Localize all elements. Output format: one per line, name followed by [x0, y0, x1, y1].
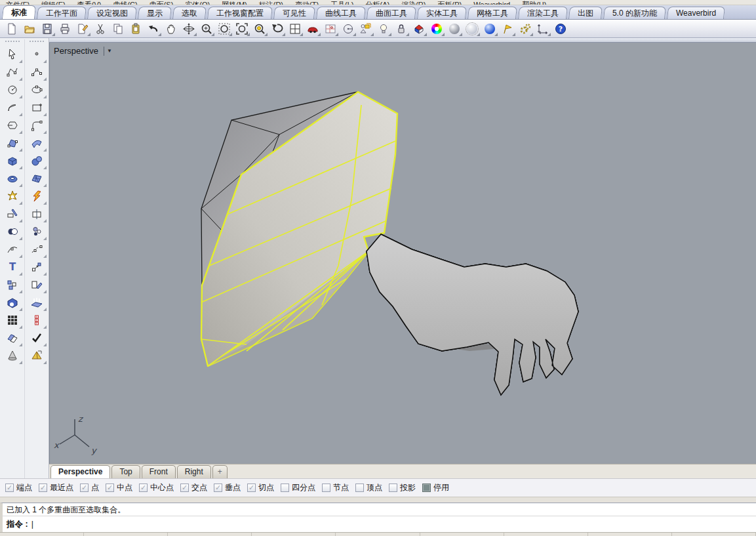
flag-button[interactable]	[498, 21, 516, 37]
tab-surface-tools[interactable]: 曲面工具	[367, 7, 416, 19]
zoom-button[interactable]	[197, 21, 215, 37]
solid-union-button[interactable]	[3, 293, 22, 311]
checkbox[interactable]	[5, 484, 14, 492]
viewport-tab-top[interactable]: Top	[111, 465, 140, 478]
menu-help[interactable]: 帮助(H)	[516, 0, 552, 5]
ghosted-viewport-button[interactable]	[463, 21, 481, 37]
checkbox[interactable]	[80, 484, 89, 492]
rotate-view-button[interactable]	[180, 21, 197, 37]
checkbox[interactable]	[39, 484, 47, 492]
checkbox[interactable]	[214, 484, 222, 492]
osnap-point[interactable]: 点	[80, 482, 99, 493]
checkbox[interactable]	[106, 484, 114, 492]
ellipse-button[interactable]	[27, 81, 47, 98]
menu-dimension[interactable]: 标注(D)	[253, 0, 289, 5]
zoom-extents-button[interactable]	[233, 21, 250, 37]
pyramid-button[interactable]	[27, 346, 47, 364]
viewport-layout-button[interactable]	[286, 21, 304, 37]
boolean-button[interactable]	[3, 222, 22, 240]
menu-weaverbird[interactable]: Weaverbird	[468, 0, 516, 5]
osnap-quadrant[interactable]: 四分点	[281, 482, 315, 493]
cut-button[interactable]	[91, 21, 109, 37]
osnap-mid[interactable]: 中点	[106, 482, 132, 493]
blend-surface-button[interactable]	[27, 134, 47, 152]
adjust-curve-button[interactable]	[3, 240, 22, 258]
viewport-tab-right[interactable]: Right	[177, 465, 211, 478]
make-2d-button[interactable]	[27, 276, 47, 293]
osnap-end[interactable]: 端点	[5, 482, 32, 493]
point-button[interactable]	[27, 45, 47, 63]
osnap-center[interactable]: 中心点	[139, 482, 174, 493]
toolbar-grip[interactable]	[30, 41, 44, 43]
tab-weaverbird[interactable]: Weaverbird	[667, 7, 725, 19]
menu-mesh[interactable]: 网格(M)	[216, 0, 253, 5]
set-view-button[interactable]	[339, 21, 357, 37]
cone-button[interactable]	[3, 346, 22, 364]
polygon-button[interactable]	[3, 116, 22, 134]
lock-objects-button[interactable]	[392, 21, 410, 37]
toolbar-grip[interactable]	[5, 41, 20, 43]
circle-button[interactable]	[3, 81, 22, 98]
tab-cplane[interactable]: 工作平面	[37, 7, 87, 19]
osnap-perpendicular[interactable]: 垂点	[214, 482, 241, 493]
check-objects-button[interactable]	[27, 329, 47, 346]
open-file-button[interactable]	[20, 21, 38, 37]
patch-surface-button[interactable]	[3, 134, 22, 152]
car-button[interactable]	[304, 21, 321, 37]
tab-new-in-v5[interactable]: 5.0 的新功能	[603, 7, 666, 19]
viewport-tab-front[interactable]: Front	[142, 465, 176, 478]
new-viewport-tab-button[interactable]: +	[212, 465, 228, 478]
menu-curve[interactable]: 曲线(C)	[107, 0, 143, 5]
selection-filter-button[interactable]	[357, 21, 374, 37]
point-cloud-button[interactable]	[27, 222, 47, 240]
menu-view[interactable]: 查看(V)	[71, 0, 108, 5]
text-button[interactable]: T	[3, 258, 22, 276]
box-button[interactable]	[3, 152, 22, 169]
checkbox[interactable]	[322, 484, 330, 492]
viewport-title-dropdown-icon[interactable]: ▼	[107, 48, 112, 54]
checkbox[interactable]	[180, 484, 189, 492]
export-button[interactable]	[73, 21, 91, 37]
viewport-title[interactable]: Perspective ▼	[54, 46, 112, 56]
visibility-button[interactable]	[374, 21, 392, 37]
tab-curve-tools[interactable]: 曲线工具	[316, 7, 366, 19]
rectangle-button[interactable]	[27, 98, 47, 116]
pan-view-button[interactable]	[162, 21, 180, 37]
perspective-viewport[interactable]: Perspective ▼	[49, 43, 756, 464]
mesh-patch-button[interactable]	[27, 169, 47, 187]
tab-viewport-layout[interactable]: 工作视窗配置	[207, 7, 273, 19]
undo-button[interactable]	[144, 21, 162, 37]
extend-curve-button[interactable]	[27, 240, 47, 258]
print-button[interactable]	[56, 21, 73, 37]
osnap-intersection[interactable]: 交点	[180, 482, 207, 493]
tab-visibility[interactable]: 可见性	[273, 7, 315, 19]
menu-panels[interactable]: 面板(P)	[431, 0, 468, 5]
dimension-scale-button[interactable]	[534, 21, 551, 37]
zoom-selected-button[interactable]	[250, 21, 268, 37]
control-point-curve-button[interactable]	[3, 63, 22, 81]
osnap-project[interactable]: 投影	[389, 482, 416, 493]
sphere-button[interactable]	[27, 152, 47, 169]
menu-tools[interactable]: 工具(L)	[325, 0, 359, 5]
new-file-button[interactable]	[3, 21, 20, 37]
menu-render[interactable]: 渲染(R)	[395, 0, 431, 5]
zoom-window-button[interactable]	[215, 21, 233, 37]
rectangular-array-button[interactable]	[3, 311, 22, 329]
save-file-button[interactable]	[38, 21, 56, 37]
tab-render-tools[interactable]: 渲染工具	[518, 7, 568, 19]
checkbox[interactable]	[389, 484, 397, 492]
torus-button[interactable]	[3, 169, 22, 187]
menu-surface[interactable]: 曲面(S)	[144, 0, 180, 5]
select-button[interactable]	[3, 45, 22, 63]
tab-drafting[interactable]: 出图	[568, 7, 603, 19]
split-button[interactable]	[27, 205, 47, 222]
tab-solid-tools[interactable]: 实体工具	[417, 7, 467, 19]
tab-mesh-tools[interactable]: 网格工具	[468, 7, 517, 19]
insert-block-button[interactable]	[3, 276, 22, 293]
color-wheel-button[interactable]	[428, 21, 445, 37]
copy-button[interactable]	[109, 21, 127, 37]
tab-set-view[interactable]: 设定视图	[87, 7, 137, 19]
rendered-viewport-button[interactable]	[481, 21, 498, 37]
osnap-knot[interactable]: 节点	[322, 482, 349, 493]
viewport-tab-perspective[interactable]: Perspective	[50, 465, 110, 478]
